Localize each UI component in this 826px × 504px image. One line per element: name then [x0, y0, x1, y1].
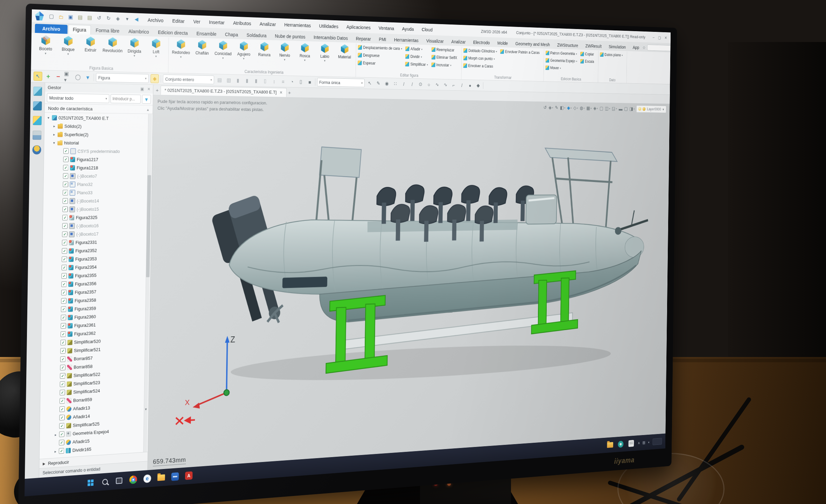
polyline-icon[interactable]: /	[458, 81, 465, 89]
scope-select[interactable]: Conjunto entero▾	[163, 75, 214, 84]
visibility-checkbox[interactable]: ✓	[59, 431, 64, 437]
visibility-checkbox[interactable]: ✓	[61, 331, 66, 337]
tree-row-superficie-2[interactable]: ▸Superficie(2)	[44, 130, 153, 139]
swatch-icon[interactable]: ■	[306, 78, 313, 86]
paste-ref-icon[interactable]: ▥	[225, 76, 232, 84]
ribbon-button-extruir[interactable]: Extruir	[79, 35, 101, 57]
remove-from-selection-icon[interactable]: −	[54, 72, 62, 81]
lasso-pick-icon[interactable]: ◯	[74, 73, 82, 81]
print-icon[interactable]: ▤	[77, 13, 84, 21]
grid-icon[interactable]: ∷	[392, 80, 399, 88]
ribbon-button-chaflan[interactable]: Chaflán	[192, 39, 212, 59]
sketch-pencil-icon[interactable]: ✎	[375, 79, 382, 87]
visibility-checkbox[interactable]: ✓	[61, 290, 66, 295]
visibility-checkbox[interactable]: ✓	[60, 373, 65, 379]
ref-plane-2-icon[interactable]: ▮	[243, 77, 251, 85]
visibility-checkbox[interactable]: ✓	[59, 398, 65, 404]
ribbon-button-mover[interactable]: Mover▾	[545, 64, 577, 72]
visibility-checkbox[interactable]: ✓	[62, 231, 67, 237]
ribbon-button-incrustar[interactable]: Incrustar▾	[431, 61, 457, 69]
network-icon[interactable]: ▤	[643, 440, 645, 445]
ribbon-tab-alambrico[interactable]: Alambrico	[124, 27, 153, 36]
visibility-checkbox[interactable]: ✓	[61, 281, 66, 287]
select-cursor-icon[interactable]: ↖	[34, 72, 42, 81]
visibility-checkbox[interactable]: ✓	[63, 173, 68, 179]
point-icon[interactable]: ●	[467, 82, 474, 89]
ribbon-tab-analizar[interactable]: Analizar	[448, 37, 469, 46]
ribbon-button-envolver-patron-a-caras[interactable]: Envolver Patrón a Caras	[500, 48, 540, 56]
tree-row-boceto7[interactable]: ✓(-)Boceto7	[44, 172, 152, 180]
ribbon-tab-chapa[interactable]: Chapa	[221, 30, 242, 39]
manager-part-icon[interactable]	[33, 86, 42, 96]
expander-icon[interactable]: ▾	[47, 115, 50, 119]
ribbon-tab-forma-libre[interactable]: Forma libre	[91, 26, 124, 35]
open-file-icon[interactable]: 🗀	[57, 13, 65, 21]
menu-item-atributos[interactable]: Atributos	[233, 20, 251, 26]
visibility-checkbox[interactable]: ✓	[61, 315, 66, 320]
ribbon-button-morph-con-punto[interactable]: Morph con punto▾	[463, 55, 497, 62]
ribbon-button-dividir[interactable]: Dividir▾	[405, 53, 428, 61]
visibility-checkbox[interactable]: ✓	[62, 206, 68, 212]
regen-icon[interactable]: ◈	[114, 15, 122, 22]
qat-dropdown-icon[interactable]: ▾	[124, 15, 131, 23]
minimize-icon[interactable]: –	[653, 35, 654, 40]
ref-axis-icon[interactable]: ▯	[261, 77, 269, 85]
arc-3pt-icon[interactable]: ∿	[442, 81, 449, 89]
tree-row-figura1217[interactable]: ✓Figura1217	[44, 155, 152, 163]
search-icon[interactable]	[100, 476, 110, 488]
visibility-checkbox[interactable]: ✓	[60, 348, 65, 354]
ribbon-button-ranura[interactable]: Ranura	[254, 41, 275, 61]
tree-row-boceto14[interactable]: ✓(-)Boceto14	[43, 196, 152, 205]
ribbon-button-espesar[interactable]: Espesar	[358, 59, 402, 67]
ribbon-button-simplificar[interactable]: Simplificar▾	[405, 61, 428, 68]
menu-item-cloud[interactable]: Cloud	[422, 27, 433, 33]
dock-tab-icon[interactable]: +	[156, 87, 159, 93]
ribbon-tab-app[interactable]: App	[629, 43, 642, 52]
visibility-checkbox[interactable]: ✓	[60, 381, 65, 387]
expander-icon[interactable]: ▸	[52, 132, 56, 136]
manager-solid-icon[interactable]	[33, 116, 42, 125]
teal-app-icon[interactable]	[617, 439, 624, 449]
ribbon-button-loft[interactable]: Loft▾	[146, 37, 167, 58]
notes-app-icon[interactable]	[627, 439, 635, 448]
visibility-checkbox[interactable]: ✓	[63, 190, 68, 195]
close-tab-icon[interactable]: ✕	[280, 90, 283, 94]
filter-funnel-icon[interactable]: ▼	[142, 95, 151, 104]
visibility-checkbox[interactable]: ✓	[61, 298, 66, 303]
menu-item-ver[interactable]: Ver	[193, 19, 200, 24]
edge-icon[interactable]: e	[142, 473, 152, 484]
new-file-icon[interactable]: ▢	[48, 12, 55, 20]
tree-row-plano33[interactable]: ✓Plano33	[43, 188, 152, 197]
ribbon-button-material[interactable]: Material	[335, 43, 354, 63]
ribbon-button-redondeo[interactable]: Redondeo▾	[170, 38, 191, 59]
menu-item-archivo[interactable]: Archivo	[148, 17, 164, 23]
point-snap-icon[interactable]: ↕	[271, 77, 278, 85]
chrome-icon[interactable]	[128, 474, 138, 485]
back-icon[interactable]: ◀	[133, 15, 140, 23]
tree-search-input[interactable]	[111, 94, 141, 104]
polygon-icon[interactable]: ◆	[475, 82, 482, 89]
tree-row-solido-2[interactable]: ▸Sólido(2)	[44, 122, 153, 131]
visibility-checkbox[interactable]: ✓	[63, 148, 69, 154]
ribbon-tab-pmi[interactable]: PMI	[375, 35, 390, 44]
ribbon-tab-edicion-directa[interactable]: Edicion directa	[154, 28, 192, 38]
ribbon-tab-electrodo[interactable]: Electrodo	[470, 38, 493, 47]
menu-item-insertar[interactable]: Insertar	[209, 19, 225, 25]
scroll-down-icon[interactable]: ▼	[144, 407, 148, 411]
ribbon-tab-herramientas[interactable]: Herramientas	[390, 35, 422, 45]
ribbon-button-copiar[interactable]: Copiar	[580, 50, 594, 57]
list-icon[interactable]: ≡	[280, 77, 287, 85]
ribbon-button-reemplazar[interactable]: Reemplazar	[432, 46, 457, 54]
visibility-checkbox[interactable]: ✓	[61, 323, 66, 329]
undo-icon[interactable]: ↺	[96, 14, 103, 22]
entity-filter-select[interactable]: Figura▾	[96, 73, 149, 83]
ref-plane-3-icon[interactable]: ▮	[252, 77, 260, 85]
filter-pick-icon[interactable]: ▼	[84, 73, 92, 82]
ribbon-button-escala[interactable]: Escala	[580, 58, 594, 65]
visibility-checkbox[interactable]: ✓	[59, 423, 64, 429]
copy-ref-icon[interactable]: ▤	[216, 76, 223, 84]
volume-icon[interactable]: ◖	[648, 440, 650, 444]
command-search-input[interactable]	[647, 44, 671, 52]
visibility-checkbox[interactable]: ✓	[62, 273, 67, 279]
visibility-checkbox[interactable]: ✓	[62, 215, 68, 220]
